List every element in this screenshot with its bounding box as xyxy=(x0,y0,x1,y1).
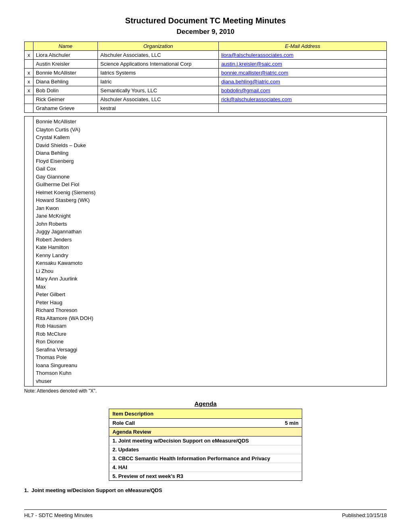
footer-left: HL7 - SDTC Meeting Minutes xyxy=(24,512,93,518)
attendee-name: Rick Geimer xyxy=(33,95,98,104)
absent-list-item: Rob McClure xyxy=(36,330,384,338)
absent-list-cell: Bonnie McAllisterClayton Curtis (VA)Crys… xyxy=(33,116,387,387)
absent-list-item: Kenny Landry xyxy=(36,251,384,260)
attendee-row: Austin Kreisler Science Applications Int… xyxy=(25,60,387,69)
agenda-row: 5. Preview of next week's R3 xyxy=(109,472,302,480)
absent-list-item: Ron Dionne xyxy=(36,338,384,346)
attendee-name: Bonnie McAllister xyxy=(33,69,98,77)
attendee-email: bobdolin@gmail.com xyxy=(219,86,387,95)
section1-heading: 1. Joint meeting w/Decision Support on e… xyxy=(24,487,387,493)
absent-list-item: Helmet Koenig (Siemens) xyxy=(36,189,384,197)
attendee-mark: x xyxy=(25,69,33,77)
absent-list-item: Robert Jenders xyxy=(36,236,384,244)
absent-list-item: Jane McKnight xyxy=(36,212,384,220)
agenda-role-call-label: Role Call xyxy=(112,420,135,426)
agenda-role-call-time: 5 min xyxy=(285,420,299,426)
attendee-org: kestral xyxy=(98,104,219,113)
attendee-org: Science Applications International Corp xyxy=(98,60,219,69)
agenda-title: Agenda xyxy=(24,400,387,407)
absent-list-item: Clayton Curtis (VA) xyxy=(36,126,384,134)
attendee-email: austin.j.kreisler@saic.com xyxy=(219,60,387,69)
attendee-mark xyxy=(25,104,33,113)
col-org-header: Organization xyxy=(98,42,219,51)
attendee-mark: x xyxy=(25,77,33,86)
attendee-org: Alschuler Associates, LLC xyxy=(98,51,219,60)
footer-right: Published:10/15/18 xyxy=(342,512,387,518)
absent-list-item: Crystal Kallem xyxy=(36,133,384,141)
attendee-mark xyxy=(25,60,33,69)
attendee-org: Iatric xyxy=(98,77,219,86)
attendee-name: Liora Alschuler xyxy=(33,51,98,60)
attendee-note: Note: Attendees denoted with "X". xyxy=(24,388,387,394)
absent-list-item: Serafina Versaggi xyxy=(36,346,384,354)
attendee-email xyxy=(219,104,387,113)
absent-list-item: Guilherme Del Fiol xyxy=(36,181,384,189)
absent-list-item: Floyd Eisenberg xyxy=(36,157,384,165)
attendee-email: rick@alschulerassociates.com xyxy=(219,95,387,104)
agenda-row: 2. Updates xyxy=(109,445,302,454)
absent-list-item: Mary Ann Juurlink xyxy=(36,275,384,283)
attendee-org: Semantically Yours, LLC xyxy=(98,86,219,95)
attendee-org: Iatrics Systems xyxy=(98,69,219,77)
absent-list-item: John Roberts xyxy=(36,220,384,228)
col-mark-header xyxy=(25,42,33,51)
absent-list-item: Rob Hausam xyxy=(36,322,384,330)
attendee-name: Grahame Grieve xyxy=(33,104,98,113)
attendee-row: x Bob Dolin Semantically Yours, LLC bobd… xyxy=(25,86,387,95)
page-footer: HL7 - SDTC Meeting Minutes Published:10/… xyxy=(24,509,387,518)
absent-list-item: Thomas Pole xyxy=(36,353,384,362)
attendee-mark: x xyxy=(25,86,33,95)
absent-list-item: Peter Gilbert xyxy=(36,291,384,299)
absent-list-item: David Shields – Duke xyxy=(36,141,384,150)
absent-list-item: Peter Haug xyxy=(36,299,384,307)
attendee-row: x Liora Alschuler Alschuler Associates, … xyxy=(25,51,387,60)
attendee-row: x Bonnie McAllister Iatrics Systems bonn… xyxy=(25,69,387,77)
attendee-org: Alschuler Associates, LLC xyxy=(98,95,219,104)
absent-list-item: Howard Stasberg (WK) xyxy=(36,196,384,204)
attendee-name: Austin Kreisler xyxy=(33,60,98,69)
attendee-name: Diana Behling xyxy=(33,77,98,86)
absent-list-item: Max xyxy=(36,283,384,291)
absent-list-item: Li Zhou xyxy=(36,267,384,275)
absent-list-item: Bonnie McAllister xyxy=(36,118,384,126)
agenda-row: 4. HAI xyxy=(109,463,302,472)
absent-list-item: Ioana Singureanu xyxy=(36,362,384,370)
agenda-row: Agenda Review xyxy=(109,428,302,436)
absent-list-item: Kate Hamilton xyxy=(36,243,384,251)
agenda-row: 1. Joint meeting w/Decision Support on e… xyxy=(109,436,302,445)
absent-list-item: Juggy Jagannathan xyxy=(36,228,384,236)
absent-list-item: Jan Kwon xyxy=(36,204,384,212)
page-title: Structured Document TC Meeting Minutes xyxy=(24,16,387,25)
absent-list-item: Kensaku Kawamoto xyxy=(36,259,384,267)
agenda-box: Item Description Role Call5 minAgenda Re… xyxy=(109,409,302,481)
agenda-header: Item Description xyxy=(109,409,302,419)
attendee-mark: x xyxy=(25,51,33,60)
absent-list-item: Thomson Kuhn xyxy=(36,369,384,377)
attendee-row: x Diana Behling Iatric diana.behling@iat… xyxy=(25,77,387,86)
attendee-row: Rick Geimer Alschuler Associates, LLC ri… xyxy=(25,95,387,104)
absent-mark-cell xyxy=(25,116,33,387)
absent-table: Bonnie McAllisterClayton Curtis (VA)Crys… xyxy=(24,116,387,387)
page-date: December 9, 2010 xyxy=(24,28,387,36)
attendee-mark xyxy=(25,95,33,104)
absent-list-item: Gail Cox xyxy=(36,165,384,173)
attendee-row: Grahame Grieve kestral xyxy=(25,104,387,113)
attendee-email: diana.behling@iatric.com xyxy=(219,77,387,86)
attendee-name: Bob Dolin xyxy=(33,86,98,95)
attendee-email: bonnie.mcallister@iatric.com xyxy=(219,69,387,77)
agenda-row: Role Call5 min xyxy=(109,419,302,428)
agenda-row: 3. CBCC Semantic Health Information Perf… xyxy=(109,454,302,463)
col-name-header: Name xyxy=(33,42,98,51)
attendee-email: liora@alschulerassociates.com xyxy=(219,51,387,60)
attendance-table: Name Organization E-Mail Address x Liora… xyxy=(24,42,387,113)
absent-list-item: Rita Altamore (WA DOH) xyxy=(36,314,384,322)
col-email-header: E-Mail Address xyxy=(219,42,387,51)
absent-list-item: Gay Giannone xyxy=(36,173,384,181)
absent-list-item: vhuser xyxy=(36,377,384,385)
absent-list-item: Diana Behling xyxy=(36,149,384,157)
absent-list-item: Richard Thoreson xyxy=(36,306,384,314)
